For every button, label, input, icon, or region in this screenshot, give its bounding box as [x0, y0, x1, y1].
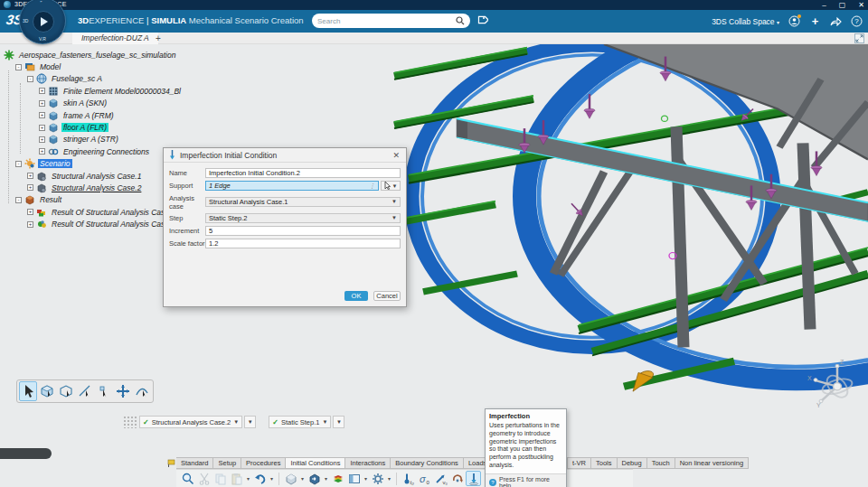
- ribbon-tab-touch[interactable]: Touch: [647, 457, 675, 469]
- help-icon[interactable]: ?: [851, 15, 863, 27]
- collab-space-selector[interactable]: 3DS Collab Space ▾: [712, 17, 779, 26]
- toolbar-grip[interactable]: [123, 416, 137, 428]
- initial-temperature-icon[interactable]: t₀: [401, 471, 416, 486]
- compass-play-icon[interactable]: [41, 17, 48, 26]
- select-tool[interactable]: [19, 381, 37, 401]
- search-icon[interactable]: [456, 16, 465, 25]
- ribbon-tab-t-vr[interactable]: t-VR: [567, 457, 591, 469]
- tree-item[interactable]: -Fuselage_sc A: [2, 73, 174, 85]
- analysis-case-select[interactable]: Structural Analysis Case.1▼: [205, 197, 401, 207]
- undo-icon[interactable]: [252, 471, 268, 486]
- select-point-tool[interactable]: [95, 381, 113, 401]
- name-field[interactable]: Imperfection Initial Condition.2: [205, 168, 401, 178]
- dialog-close-icon[interactable]: ✕: [391, 151, 401, 160]
- tree-item-label[interactable]: Model: [38, 62, 62, 71]
- ribbon-tab-boundary-conditions[interactable]: Boundary Conditions: [391, 457, 464, 469]
- paste-dropdown-caret[interactable]: ▾: [245, 475, 251, 482]
- ribbon-tab-procedures[interactable]: Procedures: [241, 457, 286, 469]
- tree-item[interactable]: +frame A (FRM): [2, 109, 174, 121]
- ok-button[interactable]: OK: [344, 291, 368, 301]
- tree-item-label[interactable]: Fuselage_sc A: [50, 74, 104, 83]
- tree-item-label[interactable]: Structural Analysis Case.1: [50, 172, 143, 181]
- tree-expander[interactable]: +: [39, 125, 45, 131]
- tree-item-label[interactable]: Structural Analysis Case.2: [50, 183, 143, 192]
- tree-expander[interactable]: +: [39, 136, 45, 143]
- cancel-button[interactable]: Cancel: [373, 291, 401, 301]
- feature-icon[interactable]: [283, 471, 298, 486]
- tree-item-label[interactable]: skin A (SKN): [61, 98, 108, 108]
- increment-field[interactable]: 5: [205, 226, 401, 236]
- tag-icon[interactable]: [476, 14, 488, 26]
- ribbon-pin-icon[interactable]: [167, 459, 175, 467]
- support-options-icon[interactable]: ⋮: [369, 182, 375, 191]
- options-icon[interactable]: [370, 471, 385, 486]
- profile-icon[interactable]: [788, 15, 800, 27]
- tree-item-label[interactable]: frame A (FRM): [61, 111, 116, 120]
- close-button[interactable]: ✕: [858, 0, 864, 10]
- tree-item[interactable]: +Engineering Connections: [2, 145, 174, 157]
- ribbon-tab-tools[interactable]: Tools: [591, 457, 618, 469]
- tree-item[interactable]: Aerospace_fasteners_fuselage_sc_simulati…: [2, 49, 174, 61]
- tree-expander[interactable]: +: [27, 209, 33, 215]
- tree-item[interactable]: +Finite Element Model00000034_Bl: [2, 85, 174, 97]
- share-icon[interactable]: [830, 15, 842, 27]
- tree-item[interactable]: +skin A (SKN): [2, 98, 174, 109]
- zoom-icon[interactable]: [180, 471, 195, 486]
- tree-item[interactable]: +stringer A (STR): [2, 134, 174, 145]
- select-box-tool[interactable]: [38, 381, 56, 401]
- tree-expander[interactable]: +: [27, 221, 33, 228]
- tree-item-label[interactable]: floor A (FLR): [61, 123, 108, 132]
- options-dropdown-caret[interactable]: ▾: [386, 475, 392, 482]
- update-dropdown-caret[interactable]: ▾: [323, 475, 329, 482]
- add-icon[interactable]: +: [809, 15, 821, 27]
- initial-angular-velocity-icon[interactable]: [449, 471, 465, 486]
- analysis-case-dropdown[interactable]: ✓ Structural Analysis Case.2 ▼: [139, 416, 242, 428]
- tree-item[interactable]: -Model: [2, 61, 174, 72]
- tree-item-label[interactable]: Scenario: [38, 159, 72, 168]
- step-dropdown[interactable]: ✓ Static Step.1 ▼: [269, 416, 331, 428]
- collapsed-panel-handle[interactable]: [0, 448, 52, 459]
- tree-expander[interactable]: +: [39, 100, 45, 107]
- expand-viewport-icon[interactable]: [854, 33, 864, 43]
- tree-item[interactable]: +Result Of Structural Analysis Case.1: [2, 206, 174, 218]
- tree-expander[interactable]: -: [27, 76, 33, 82]
- tree-item[interactable]: -Result: [2, 194, 174, 206]
- tree-expander[interactable]: -: [15, 161, 22, 167]
- tree-item-label[interactable]: Result Of Structural Analysis Case.1: [50, 208, 177, 217]
- tree-expander[interactable]: +: [39, 112, 45, 118]
- layout-icon[interactable]: [346, 471, 362, 486]
- ribbon-tab-non-linear-versioning[interactable]: Non linear versioning: [675, 457, 749, 469]
- initial-stress-icon[interactable]: σ0: [417, 471, 432, 486]
- select-arc-tool[interactable]: [133, 381, 151, 401]
- analysis-case-options[interactable]: ▼: [244, 416, 256, 428]
- new-tab-button[interactable]: +: [156, 33, 161, 44]
- tree-item-label[interactable]: Result Of Structural Analysis Case.2: [50, 220, 177, 229]
- tree-item[interactable]: +Structural Analysis Case.2: [2, 182, 174, 193]
- scale-factor-field[interactable]: 1.2: [205, 239, 401, 248]
- support-field[interactable]: 1 Edge⋮: [205, 181, 379, 191]
- ribbon-tab-standard[interactable]: Standard: [176, 457, 213, 469]
- tree-expander[interactable]: +: [27, 173, 33, 179]
- tree-expander[interactable]: +: [39, 148, 45, 155]
- tree-item[interactable]: +Structural Analysis Case.1: [2, 170, 174, 182]
- results-icon[interactable]: [330, 471, 345, 486]
- ribbon-tab-initial-conditions[interactable]: Initial Conditions: [286, 457, 345, 469]
- tree-expander[interactable]: -: [15, 64, 22, 70]
- tree-expander[interactable]: -: [15, 197, 22, 203]
- ribbon-tab-debug[interactable]: Debug: [618, 457, 647, 469]
- tree-item[interactable]: -Scenario: [2, 158, 174, 170]
- tree-item-label[interactable]: Aerospace_fasteners_fuselage_sc_simulati…: [17, 51, 177, 60]
- initial-velocity-icon[interactable]: v₀: [433, 471, 448, 486]
- tree-item-label[interactable]: Finite Element Model00000034_Bl: [61, 87, 183, 96]
- tree-expander[interactable]: +: [39, 88, 45, 94]
- tree-item[interactable]: +Result Of Structural Analysis Case.2: [2, 218, 174, 229]
- feature-dropdown-caret[interactable]: ▾: [299, 475, 306, 482]
- document-tab[interactable]: Imperfection-DUZ A: [72, 33, 158, 44]
- update-icon[interactable]: [307, 471, 322, 486]
- tree-item-label[interactable]: Result: [38, 195, 63, 204]
- select-move-tool[interactable]: [114, 381, 132, 401]
- ribbon-tab-setup[interactable]: Setup: [213, 457, 241, 469]
- tree-item-label[interactable]: stringer A (STR): [61, 135, 120, 144]
- ribbon-tab-interactions[interactable]: Interactions: [345, 457, 391, 469]
- tree-item-label[interactable]: Engineering Connections: [61, 147, 151, 156]
